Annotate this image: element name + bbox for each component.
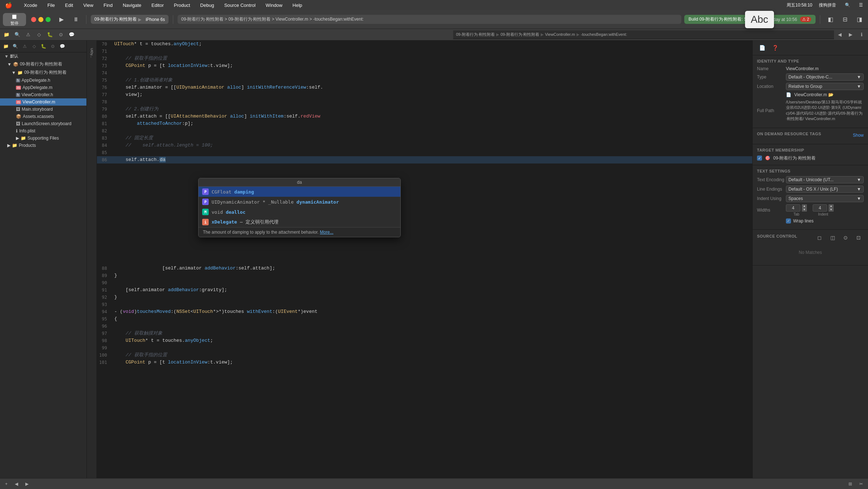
menu-input-method[interactable]: 搜狗拼音 [817,1,838,9]
pause-button[interactable]: ⏸ [70,14,82,25]
nav-files-tab[interactable]: 📁 [1,42,10,51]
autocomplete-item-damping[interactable]: P CGFloat damping [199,187,400,197]
sc-icon-1[interactable]: ◻ [814,233,825,243]
rp-file-inspector-btn[interactable]: 📄 [757,43,767,53]
apple-menu[interactable]: 🍎 [3,1,14,9]
nav-symbols-tab[interactable]: 🔍 [11,42,20,51]
membership-checkbox[interactable]: ✓ [757,156,762,161]
type-dropdown[interactable]: Default - Objective-C... ▼ [786,73,864,81]
menu-find[interactable]: Find [101,2,115,9]
nav-breakpoint-icon[interactable]: ⊙ [56,30,66,40]
location-dropdown[interactable]: Relative to Group ▼ [786,83,864,90]
sidebar-item-supporting[interactable]: ▶ 📁 Supporting Files [0,135,86,142]
menu-editor[interactable]: Editor [149,2,166,9]
sidebar-item-project-subfolder[interactable]: ▼ 📁 09-附着行为·刚性附着 [0,68,86,77]
nav-issues-tab[interactable]: ⚠ [20,42,29,51]
split-editor-btn[interactable]: ✂ [857,481,865,487]
sidebar-item-viewcontroller-h[interactable]: h ViewController.h [0,91,86,98]
sidebar-item-main-storyboard[interactable]: 🖼 Main.storyboard [0,106,86,113]
badge-property-2: P [202,199,209,205]
nav-source-icon[interactable]: 🔍 [12,30,22,40]
uidynamics-panel-btn[interactable]: UIDy... [88,42,96,64]
autocomplete-item-dealloc[interactable]: M void dealloc [199,207,400,217]
nav-tests-tab[interactable]: ◇ [30,42,38,51]
debug-toggle[interactable]: ⊟ [839,14,851,25]
jump-bar-item-3[interactable]: ViewController.m [545,32,575,37]
nav-log-icon[interactable]: 💬 [67,30,77,40]
run-button[interactable]: ▶ [56,14,67,25]
nav-forward[interactable]: ▶ [846,30,856,40]
menu-search[interactable]: 🔍 [843,2,852,8]
identity-type-title: Identity and Type [757,59,864,63]
autocomplete-item-xdelegate[interactable]: i xDelegate – 定义弱引用代理 [199,217,400,227]
nav-bp-tab[interactable]: ⊙ [48,42,57,51]
tab-width-down[interactable]: ▼ [802,208,807,212]
code-container[interactable]: 70 UITouch* t = touches.anyObject; 71 72… [97,41,752,478]
menu-file[interactable]: File [45,2,57,9]
nav-test-icon[interactable]: ◇ [34,30,44,40]
editor-layout-btn[interactable]: ⊞ [846,481,854,487]
endings-dropdown[interactable]: Default - OS X / Unix (LF) ▼ [786,186,864,193]
menu-navigate[interactable]: Navigate [120,2,143,9]
tab-width-up[interactable]: ▲ [802,204,807,208]
code-line-82: 82 [97,127,752,135]
navigator-toggle[interactable]: ◧ [825,14,836,25]
utilities-toggle[interactable]: ◨ [854,14,865,25]
menu-help[interactable]: Help [290,2,305,9]
nav-file-icon[interactable]: 📁 [1,30,12,40]
indent-dropdown[interactable]: Spaces ▼ [786,195,864,202]
indent-width-up[interactable]: ▲ [829,204,834,208]
indent-width-down[interactable]: ▼ [829,208,834,212]
add-file-btn[interactable]: + [3,481,10,487]
breadcrumb: 09-附着行为·刚性附着 > 09-附着行为·刚性附着 > ViewContro… [178,15,681,24]
sidebar-item-products[interactable]: ▶ 📁 Products [0,142,86,149]
sc-icon-3[interactable]: ⊙ [841,233,851,243]
menu-xcode[interactable]: Xcode [22,2,39,9]
menu-edit[interactable]: Edit [63,2,75,9]
nav-reports-tab[interactable]: 💬 [58,42,67,51]
more-link[interactable]: More... [320,230,333,235]
menu-view[interactable]: View [81,2,95,9]
nav-debug-tab[interactable]: 🐛 [39,42,48,51]
sidebar-item-info-plist[interactable]: ℹ Info.plist [0,127,86,135]
menu-control-center[interactable]: ☰ [857,2,865,8]
scheme-selector[interactable]: 09-附着行为·刚性附着 ▶ iPhone 6s [91,15,169,24]
nav-back[interactable]: ◀ [835,30,845,40]
menu-window[interactable]: Window [264,2,285,9]
menu-source-control[interactable]: Source Control [222,2,258,9]
sidebar-item-launchscreen[interactable]: 🖼 LaunchScreen.storyboard [0,120,86,127]
nav-debug-icon[interactable]: 🐛 [45,30,55,40]
sc-icon-2[interactable]: ◫ [827,233,838,243]
sidebar-item-appdelegate-m[interactable]: m AppDelegate.m [0,84,86,91]
wrap-lines-checkbox[interactable]: ✓ [786,218,791,224]
back-btn[interactable]: ◀ [13,481,20,487]
sidebar-item-appdelegate-h[interactable]: h AppDelegate.h [0,77,86,84]
autocomplete-item-dynamicanimator[interactable]: P UIDynamicAnimator * _Nullable dynamicA… [199,197,400,207]
encoding-dropdown[interactable]: Default - Unicode (UT... ▼ [786,176,864,183]
minimize-button[interactable] [38,17,43,22]
tab-width-input[interactable]: 4 [786,204,800,212]
sc-icon-4[interactable]: ⊡ [854,233,864,243]
menu-time: 周五10:58:10 [787,2,812,8]
jump-bar-item-2[interactable]: 09-附着行为·刚性附着 [501,32,539,37]
reveal-in-finder-btn[interactable]: 📂 [828,92,834,97]
close-button[interactable] [31,17,36,22]
sidebar-item-viewcontroller-m[interactable]: m ViewController.m [0,98,86,106]
code-line-78: 78 [97,98,752,106]
nav-info[interactable]: ℹ [856,30,867,40]
nav-warning-icon[interactable]: ⚠ [23,30,33,40]
traffic-lights [31,17,51,22]
show-resource-tags-btn[interactable]: Show [853,133,864,138]
sidebar-item-assets[interactable]: 📦 Assets.xcassets [0,113,86,120]
sidebar-item-project-root[interactable]: ▼ 📦 09-附着行为·刚性附着 [0,60,86,68]
forward-btn[interactable]: ▶ [23,481,31,487]
rp-quick-help-btn[interactable]: ❓ [770,43,780,53]
jump-bar-item-4[interactable]: -touchesBegan:withEvent: [581,32,627,37]
menu-product[interactable]: Product [172,2,192,9]
stop-button[interactable]: ⏹ 暂停 [3,13,26,26]
menu-debug[interactable]: Debug [198,2,216,9]
indent-width-input[interactable]: 4 [813,204,827,212]
jump-bar-item-1[interactable]: 09-附着行为·刚性附着 [456,32,495,37]
name-value[interactable]: ViewController.m [786,66,864,71]
maximize-button[interactable] [46,17,51,22]
